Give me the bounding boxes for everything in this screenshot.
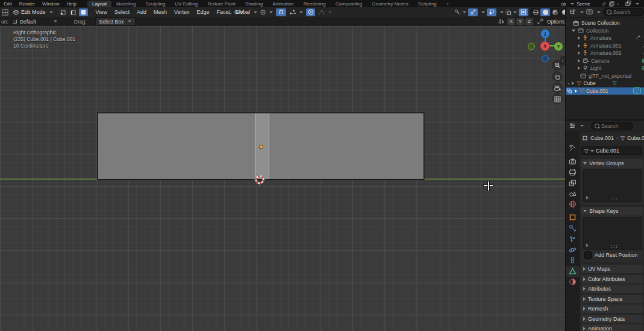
orthographic-toggle-button[interactable]	[552, 93, 563, 104]
pivot-point-dropdown[interactable]	[260, 9, 273, 16]
snap-base-icon[interactable]	[537, 18, 544, 25]
tab-object[interactable]	[569, 213, 577, 221]
shading-solid-button[interactable]	[540, 8, 550, 16]
editor-type-icon[interactable]	[2, 9, 8, 16]
tab-modifiers[interactable]	[569, 224, 577, 232]
outliner-row-armature[interactable]: Armature	[566, 34, 644, 42]
cube-mesh-data-icon[interactable]: ▽	[613, 81, 617, 86]
snap-toggle-button[interactable]	[276, 8, 286, 16]
outliner-row-collection[interactable]: Collection	[566, 27, 644, 35]
workspace-tab-shading[interactable]: Shading	[240, 1, 267, 7]
delete-scene-icon[interactable]: ×	[617, 1, 620, 7]
armature-001-expander[interactable]	[578, 44, 580, 48]
orientation-dropdown[interactable]: Global	[227, 9, 257, 15]
workspace-tab-compositing[interactable]: Compositing	[331, 1, 367, 7]
panel-header-geometry-data[interactable]: Geometry Data	[581, 315, 643, 323]
light-expander[interactable]	[578, 66, 580, 70]
workspace-tab-texture-paint[interactable]: Texture Paint	[202, 1, 240, 7]
workspace-tab-modeling[interactable]: Modeling	[111, 1, 140, 7]
mirror-z-button[interactable]: Z	[525, 18, 533, 25]
drag-mode-dropdown[interactable]: Select Box	[95, 17, 136, 26]
gizmo-z-axis[interactable]: Z	[541, 30, 549, 38]
collection-expander[interactable]	[572, 30, 575, 32]
panel-header-uv-maps[interactable]: UV Maps	[581, 265, 643, 273]
camera-data-icon[interactable]	[642, 58, 644, 64]
menu-edit[interactable]: Edit	[0, 1, 16, 7]
zoom-button[interactable]	[552, 60, 563, 71]
shading-material-button[interactable]	[550, 8, 560, 16]
xray-settings-dropdown[interactable]	[505, 9, 517, 16]
tab-output[interactable]	[569, 168, 577, 176]
gizmo-y-axis[interactable]: Y	[554, 42, 563, 51]
tab-object-data[interactable]	[569, 267, 577, 275]
mesh-name-field[interactable]: ▽ Cube.001	[581, 147, 642, 155]
edge-select-button[interactable]	[69, 8, 78, 16]
menu-select[interactable]: Select	[111, 9, 133, 15]
outliner-row-cube-001[interactable]: ▽ Cube.001 ▽	[566, 87, 644, 95]
menu-render[interactable]: Render	[16, 1, 39, 7]
menu-edge[interactable]: Edge	[193, 9, 213, 15]
pin-icon[interactable]	[601, 1, 607, 7]
cube-001-mesh-data-icon[interactable]: ▽	[633, 87, 641, 94]
outliner-row-camera[interactable]: Camera	[566, 57, 644, 65]
breadcrumb-object[interactable]: Cube.001	[590, 135, 614, 141]
tab-material[interactable]	[569, 278, 577, 286]
outliner-filter-caret[interactable]	[597, 11, 601, 13]
object-visibility-dropdown[interactable]	[454, 9, 466, 16]
outliner-display-mode-icon[interactable]	[569, 9, 576, 15]
menu-window[interactable]: Window	[39, 1, 63, 7]
tool-orientation-dropdown[interactable]: Default	[8, 19, 61, 25]
pan-button[interactable]	[552, 71, 563, 82]
menu-help[interactable]: Help	[63, 1, 80, 7]
vertex-groups-list[interactable]	[583, 169, 642, 202]
cube-001-expander[interactable]	[575, 89, 577, 93]
shape-keys-list[interactable]	[583, 217, 642, 250]
workspace-tab-uv-editing[interactable]: UV Editing	[170, 1, 202, 7]
properties-editor-caret[interactable]	[580, 125, 584, 127]
xray-toggle-button[interactable]	[519, 8, 528, 16]
armature-expander[interactable]	[578, 36, 580, 40]
tab-world[interactable]	[569, 200, 577, 208]
tab-view-layer[interactable]	[569, 179, 577, 187]
panel-header-texture-space[interactable]: Texture Space	[581, 295, 643, 303]
workspace-tab-rendering[interactable]: Rendering	[299, 1, 331, 7]
view-layer-caret[interactable]	[636, 3, 639, 5]
outliner-row-light[interactable]: Light	[566, 65, 644, 72]
menu-vertex[interactable]: Vertex	[170, 9, 193, 15]
panel-header-remesh[interactable]: Remesh	[581, 304, 643, 313]
outliner-row-gltf[interactable]: glTF_not_exported	[566, 72, 644, 80]
workspace-tab-scripting[interactable]: Scripting	[413, 1, 442, 7]
outliner-row-armature-001[interactable]: Armature.001	[566, 42, 644, 50]
add-workspace-button[interactable]: +	[442, 1, 454, 7]
list-resize-grip[interactable]	[610, 197, 617, 200]
tab-render[interactable]	[569, 157, 577, 165]
panel-header-animation[interactable]: Animation	[581, 324, 643, 331]
falloff-dropdown[interactable]	[318, 9, 332, 16]
new-scene-icon[interactable]	[609, 1, 614, 7]
gizmo-y-neg-axis[interactable]	[528, 43, 535, 50]
outliner-row-scene-collection[interactable]: Scene Collection	[566, 19, 644, 27]
list-filter-expander[interactable]	[586, 196, 589, 200]
panel-header-vertex-groups[interactable]: Vertex Groups	[581, 159, 643, 168]
workspace-tab-layout[interactable]: Layout	[87, 1, 111, 7]
menu-view[interactable]: View	[92, 9, 111, 15]
panel-header-color-attributes[interactable]: Color Attributes	[581, 275, 643, 283]
mode-dropdown[interactable]: Edit Mode	[10, 9, 55, 16]
outliner-row-cube[interactable]: • ▽ Cube ▽	[566, 80, 644, 87]
breadcrumb-data[interactable]: Cube.0	[627, 135, 644, 141]
action-icon[interactable]	[636, 35, 641, 40]
workspace-tab-animation[interactable]: Animation	[267, 1, 299, 7]
properties-search-input[interactable]: Search	[591, 122, 633, 130]
menu-add[interactable]: Add	[133, 9, 150, 15]
tab-constraints[interactable]	[569, 256, 577, 264]
properties-editor-icon[interactable]	[569, 122, 576, 129]
proportional-editing-button[interactable]	[306, 8, 315, 16]
outliner-filter-icon[interactable]	[586, 9, 593, 15]
scene-icon[interactable]	[560, 1, 566, 7]
panel-header-attributes[interactable]: Attributes	[581, 285, 643, 293]
cursor-3d[interactable]	[254, 174, 266, 186]
gizmo-x-axis[interactable]: X	[540, 42, 549, 51]
tab-particles[interactable]	[569, 235, 577, 243]
tab-scene[interactable]	[569, 189, 577, 197]
face-select-button[interactable]	[79, 8, 88, 16]
